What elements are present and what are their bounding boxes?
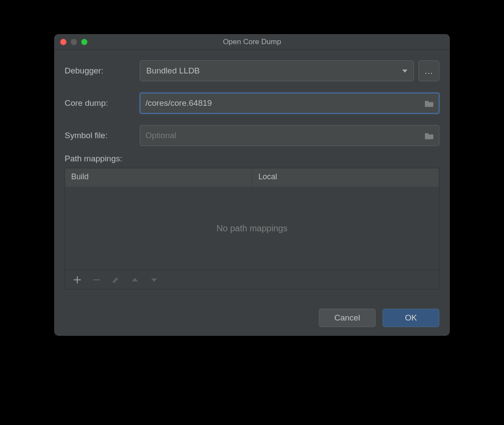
chevron-down-icon xyxy=(402,70,407,73)
debugger-label: Debugger: xyxy=(65,66,134,76)
dialog-footer: Cancel OK xyxy=(65,309,439,327)
coredump-label: Core dump: xyxy=(65,98,134,108)
coredump-input[interactable] xyxy=(140,93,439,114)
coredump-row: Core dump: xyxy=(65,93,439,114)
column-local[interactable]: Local xyxy=(252,168,439,187)
move-down-button[interactable] xyxy=(150,275,159,284)
move-up-button[interactable] xyxy=(131,275,139,284)
pathmappings-label: Path mappings: xyxy=(65,154,439,164)
open-core-dump-dialog: Open Core Dump Debugger: Bundled LLDB ..… xyxy=(54,34,450,336)
column-build[interactable]: Build xyxy=(65,168,252,187)
debugger-value: Bundled LLDB xyxy=(146,66,200,76)
window-controls xyxy=(60,39,87,45)
window-title: Open Core Dump xyxy=(54,38,450,46)
cancel-button[interactable]: Cancel xyxy=(319,309,376,327)
zoom-window-button[interactable] xyxy=(81,39,87,45)
svg-rect-1 xyxy=(74,279,81,280)
table-body-empty: No path mappings xyxy=(65,187,439,270)
remove-button[interactable] xyxy=(92,275,101,284)
add-button[interactable] xyxy=(73,275,82,284)
symbolfile-row: Symbol file: xyxy=(65,125,439,146)
svg-rect-2 xyxy=(93,279,100,280)
table-toolbar xyxy=(65,270,439,289)
titlebar: Open Core Dump xyxy=(54,34,450,50)
symbolfile-input[interactable] xyxy=(140,125,439,146)
edit-button[interactable] xyxy=(111,275,120,284)
close-window-button[interactable] xyxy=(60,39,66,45)
ok-button[interactable]: OK xyxy=(383,309,439,327)
symbolfile-label: Symbol file: xyxy=(65,131,134,140)
debugger-select[interactable]: Bundled LLDB xyxy=(140,60,414,81)
table-header: Build Local xyxy=(65,168,439,187)
dialog-content: Debugger: Bundled LLDB ... Core dump: Sy… xyxy=(54,50,450,336)
minimize-window-button[interactable] xyxy=(71,39,77,45)
debugger-row: Debugger: Bundled LLDB ... xyxy=(65,60,439,81)
debugger-more-button[interactable]: ... xyxy=(418,60,439,81)
pathmappings-table: Build Local No path mappings xyxy=(65,168,439,289)
